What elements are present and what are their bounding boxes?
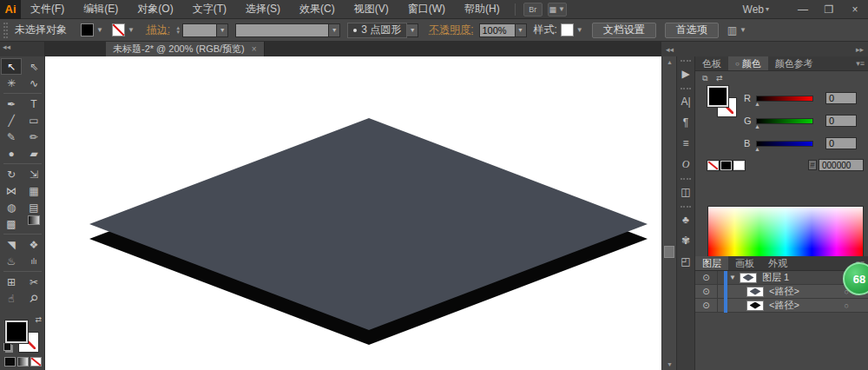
transparency-panel-icon[interactable]: ◫ bbox=[677, 182, 695, 202]
default-fill-stroke-icon[interactable] bbox=[3, 343, 11, 351]
actions-panel-icon[interactable]: ▶ bbox=[677, 63, 695, 84]
blue-slider[interactable]: ▲ bbox=[756, 141, 813, 147]
black-swatch[interactable] bbox=[720, 161, 732, 170]
gradient-button[interactable] bbox=[17, 357, 29, 367]
color-button[interactable] bbox=[4, 357, 16, 367]
fill-color-dropdown[interactable]: ▼ bbox=[81, 23, 103, 36]
fill-indicator[interactable] bbox=[5, 320, 28, 343]
go-to-bridge-button[interactable]: Br bbox=[523, 3, 542, 17]
brushes-panel-icon[interactable]: ✾ bbox=[677, 230, 695, 251]
menu-object[interactable]: 对象(O) bbox=[128, 0, 182, 19]
rotate-tool[interactable]: ↻ bbox=[1, 166, 22, 182]
stroke-weight-stepper[interactable]: ▲▼ bbox=[175, 26, 181, 35]
scroll-up-arrow[interactable]: ▲ bbox=[662, 56, 677, 68]
visibility-eye-icon[interactable]: ⊙ bbox=[695, 271, 718, 285]
visibility-eye-icon[interactable]: ⊙ bbox=[695, 285, 718, 299]
opentype-panel-icon[interactable]: O bbox=[677, 154, 695, 175]
paintbrush-tool[interactable]: ✎ bbox=[1, 129, 22, 145]
stroke-color-dropdown[interactable]: ▼ bbox=[112, 23, 135, 36]
mini-swatches-icon[interactable]: ⧉ bbox=[702, 74, 707, 83]
stroke-weight-combo[interactable]: ▼ bbox=[182, 23, 228, 37]
dock-collapse-icon[interactable]: ◂◂ bbox=[666, 45, 674, 54]
green-slider[interactable]: ▲ bbox=[756, 118, 813, 124]
hex-value-field[interactable]: 000000 bbox=[819, 159, 864, 171]
tab-swatches[interactable]: 色板 bbox=[695, 56, 728, 70]
blue-value-field[interactable]: 0 bbox=[825, 137, 857, 149]
rectangle-tool[interactable]: ▭ bbox=[23, 112, 44, 129]
dock-grip[interactable] bbox=[681, 60, 691, 62]
stroke-weight-field[interactable] bbox=[182, 23, 217, 37]
preferences-button[interactable]: 首选项 bbox=[665, 23, 719, 38]
restore-button[interactable]: ❐ bbox=[816, 2, 842, 17]
document-setup-button[interactable]: 文档设置 bbox=[592, 23, 656, 38]
gradient-tool[interactable] bbox=[28, 215, 40, 225]
perspective-grid-tool[interactable]: ▤ bbox=[23, 199, 44, 215]
lasso-tool[interactable]: ∿ bbox=[23, 75, 44, 91]
none-button[interactable] bbox=[30, 357, 42, 367]
blob-brush-tool[interactable]: ● bbox=[1, 145, 22, 162]
variable-width-profile-combo[interactable]: ▼ bbox=[235, 23, 340, 37]
close-button[interactable]: × bbox=[842, 2, 868, 17]
workspace-switcher[interactable]: Web ▾ bbox=[743, 3, 769, 16]
dock-grip[interactable] bbox=[681, 206, 691, 208]
slider-marker[interactable]: ▲ bbox=[754, 146, 760, 152]
dock-grip[interactable] bbox=[681, 88, 691, 89]
slider-marker[interactable]: ▲ bbox=[754, 123, 760, 129]
menu-file[interactable]: 文件(F) bbox=[21, 0, 74, 19]
blend-tool[interactable]: ❖ bbox=[23, 236, 44, 253]
line-segment-tool[interactable]: ╱ bbox=[1, 112, 22, 129]
tab-layers[interactable]: 图层 bbox=[695, 256, 728, 270]
path-name[interactable]: <路径> bbox=[769, 285, 799, 298]
paragraph-panel-icon[interactable]: ¶ bbox=[677, 112, 695, 133]
opacity-combo[interactable]: 100% ▼ bbox=[479, 23, 527, 37]
direct-selection-tool[interactable]: ⇖ bbox=[23, 58, 44, 75]
menu-select[interactable]: 选择(S) bbox=[236, 0, 290, 19]
scroll-down-arrow[interactable]: ▼ bbox=[662, 359, 677, 370]
align-options-dropdown[interactable]: ▥ ▼ bbox=[727, 24, 746, 36]
control-bar-grip[interactable] bbox=[3, 23, 8, 38]
scrollbar-thumb[interactable] bbox=[664, 246, 674, 258]
eyedropper-tool[interactable]: ◥ bbox=[1, 236, 22, 253]
fill-stroke-control[interactable]: ⇄ bbox=[3, 314, 42, 353]
type-tool[interactable]: T bbox=[23, 96, 44, 112]
pencil-tool[interactable]: ✏ bbox=[23, 129, 44, 145]
menu-edit[interactable]: 编辑(E) bbox=[74, 0, 128, 19]
tab-color-guide[interactable]: 颜色参考 bbox=[768, 56, 820, 70]
free-transform-tool[interactable]: ▦ bbox=[23, 182, 44, 199]
panel-menu-icon[interactable]: ▾≡ bbox=[856, 59, 865, 68]
green-value-field[interactable]: 0 bbox=[825, 115, 857, 127]
vertical-scrollbar[interactable]: ▲ ▼ bbox=[661, 56, 676, 370]
visibility-eye-icon[interactable]: ⊙ bbox=[695, 299, 718, 313]
tab-color[interactable]: ○ 颜色 bbox=[728, 56, 768, 70]
dock-grip[interactable] bbox=[681, 178, 691, 180]
white-swatch[interactable] bbox=[733, 161, 745, 170]
swap-fill-stroke-icon[interactable]: ⇄ bbox=[716, 74, 723, 83]
fill-proxy[interactable] bbox=[707, 86, 728, 107]
align-panel-icon[interactable]: ≡ bbox=[677, 133, 695, 154]
swap-fill-stroke-icon[interactable]: ⇄ bbox=[35, 315, 42, 324]
arrange-documents-button[interactable]: ▦ ▼ bbox=[548, 3, 567, 17]
mesh-tool[interactable]: ▩ bbox=[1, 215, 22, 232]
selection-tool[interactable]: ↖ bbox=[1, 58, 22, 75]
column-graph-tool[interactable]: ılı bbox=[23, 253, 44, 269]
width-tool[interactable]: ⋈ bbox=[1, 182, 22, 199]
menu-type[interactable]: 文字(T) bbox=[183, 0, 236, 19]
eraser-tool[interactable]: ▰ bbox=[23, 145, 44, 162]
dock-expand-icon[interactable]: ▸▸ bbox=[856, 45, 864, 54]
document-tab[interactable]: 未标题-2* @ 200% (RGB/预览) × bbox=[106, 42, 265, 56]
magic-wand-tool[interactable]: ✳ bbox=[1, 75, 22, 91]
symbols-panel-icon[interactable]: ♣ bbox=[677, 209, 695, 230]
hand-tool[interactable]: ☝ bbox=[1, 290, 22, 307]
none-swatch[interactable] bbox=[707, 161, 719, 170]
scale-tool[interactable]: ⇲ bbox=[23, 166, 44, 182]
minimize-button[interactable]: — bbox=[790, 2, 816, 17]
artboard-tool[interactable]: ⊞ bbox=[1, 274, 22, 290]
artboards-panel-icon[interactable]: ◰ bbox=[677, 251, 695, 272]
path-row[interactable]: ⊙ <路径> ○ bbox=[695, 299, 868, 313]
opacity-panel-link[interactable]: 不透明度: bbox=[429, 23, 473, 37]
shape-top-path[interactable] bbox=[89, 118, 648, 330]
path-name[interactable]: <路径> bbox=[769, 299, 799, 312]
target-circle-icon[interactable]: ○ bbox=[845, 301, 849, 310]
layer-name[interactable]: 图层 1 bbox=[762, 271, 789, 284]
symbol-sprayer-tool[interactable]: ♨ bbox=[1, 253, 22, 269]
